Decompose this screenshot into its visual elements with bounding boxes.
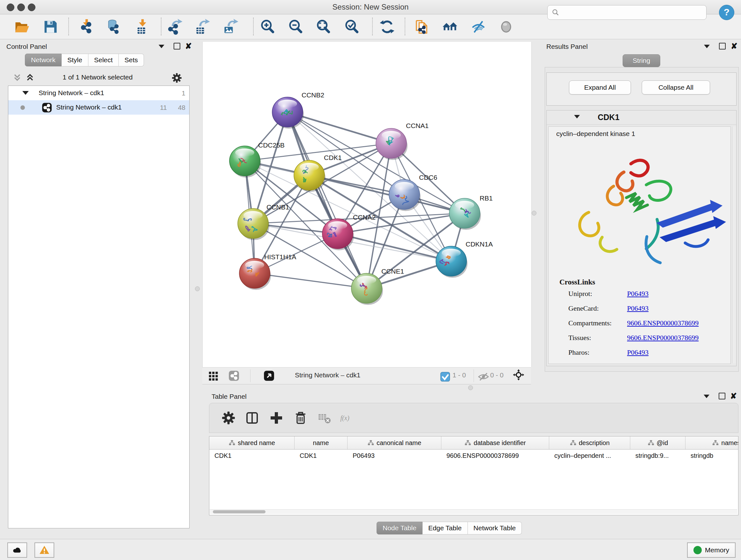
network-node-CDKN1A[interactable]: CDKN1A bbox=[436, 240, 493, 278]
column-header-sharedname[interactable]: shared name bbox=[209, 436, 294, 449]
show-columns-icon[interactable] bbox=[245, 410, 260, 426]
fit-selected-crosshair-icon[interactable] bbox=[513, 369, 527, 383]
delete-column-icon[interactable] bbox=[293, 410, 308, 426]
tab-select[interactable]: Select bbox=[88, 54, 119, 66]
column-header-canonicalname[interactable]: canonical name bbox=[347, 436, 441, 449]
tab-network[interactable]: Network bbox=[25, 54, 62, 66]
table-hscroll-thumb[interactable] bbox=[213, 510, 266, 513]
add-column-icon[interactable] bbox=[269, 410, 284, 426]
status-bar: Memory bbox=[0, 539, 741, 560]
save-session-button[interactable] bbox=[42, 18, 59, 36]
export-network-button[interactable] bbox=[166, 18, 184, 36]
column-header-id[interactable]: @id bbox=[630, 436, 685, 449]
open-session-icon bbox=[13, 18, 30, 35]
crosslink-label: Pharos: bbox=[568, 348, 590, 357]
table-settings-gear-icon[interactable] bbox=[221, 410, 236, 426]
grid-view-icon[interactable] bbox=[207, 370, 219, 382]
tab-sets[interactable]: Sets bbox=[119, 54, 144, 66]
hide-graphics-button[interactable] bbox=[470, 18, 487, 36]
cell-sharedname[interactable]: CDK1 bbox=[209, 449, 294, 462]
selected-checkbox-icon[interactable] bbox=[439, 371, 449, 381]
hide-graphics-icon bbox=[470, 18, 487, 35]
column-header-namespace[interactable]: namespace bbox=[685, 436, 738, 449]
crosslink-link[interactable]: P06493 bbox=[627, 348, 649, 357]
node-result-header[interactable]: CDK1 bbox=[547, 111, 736, 125]
tree-expander-icon[interactable] bbox=[22, 91, 29, 95]
export-image-button[interactable] bbox=[222, 18, 240, 36]
left-splitter-handle[interactable] bbox=[195, 287, 200, 291]
zoom-in-button[interactable] bbox=[259, 18, 276, 36]
zoom-fit-button[interactable] bbox=[315, 18, 332, 36]
cell-databaseidentifier[interactable]: 9606.ENSP00000378699 bbox=[441, 449, 549, 462]
network-graph[interactable]: CCNB2CCNA1CDC25BCDK1CDC6RB1CCNB1CCNA2CDK… bbox=[203, 42, 531, 367]
network-node-CDK1[interactable]: CDK1 bbox=[294, 154, 342, 192]
column-header-databaseidentifier[interactable]: database identifier bbox=[441, 436, 549, 449]
birdseye-view-icon[interactable] bbox=[263, 370, 275, 382]
results-panel-close-icon[interactable]: ✘ bbox=[731, 43, 738, 49]
cell-name[interactable]: CDK1 bbox=[294, 449, 347, 462]
network-node-CCNA1[interactable]: CCNA1 bbox=[376, 122, 428, 160]
network-node-CCNB2[interactable]: CCNB2 bbox=[272, 91, 324, 129]
cell-description[interactable]: cyclin–dependent ... bbox=[549, 449, 630, 462]
table-panel-close-icon[interactable]: ✘ bbox=[730, 393, 737, 399]
refresh-button[interactable] bbox=[379, 18, 396, 36]
import-network-button[interactable] bbox=[78, 18, 95, 36]
export-table-button[interactable] bbox=[194, 18, 211, 36]
home-button[interactable] bbox=[442, 18, 459, 36]
network-edge[interactable] bbox=[338, 234, 451, 261]
network-options-gear-icon[interactable] bbox=[171, 72, 183, 84]
results-panel-menu-icon[interactable] bbox=[704, 45, 710, 48]
results-panel-float-icon[interactable] bbox=[719, 43, 726, 50]
help-button[interactable]: ? bbox=[719, 5, 734, 20]
results-scrollbar[interactable] bbox=[732, 126, 736, 363]
share-document-button[interactable] bbox=[413, 18, 430, 36]
control-panel-float-icon[interactable] bbox=[174, 43, 180, 50]
control-panel-menu-icon[interactable] bbox=[158, 45, 164, 48]
import-database-button[interactable] bbox=[105, 18, 122, 36]
network-tree-item[interactable]: String Network – cdk11 bbox=[8, 86, 189, 100]
import-table-button[interactable] bbox=[133, 18, 150, 36]
column-header-description[interactable]: description bbox=[549, 436, 630, 449]
network-node-RB1[interactable]: RB1 bbox=[449, 194, 493, 230]
table-panel-float-icon[interactable] bbox=[719, 393, 725, 399]
network-view[interactable]: CCNB2CCNA1CDC25BCDK1CDC6RB1CCNB1CCNA2CDK… bbox=[202, 42, 532, 367]
network-selection-row: 1 of 1 Network selected bbox=[8, 71, 187, 84]
crosslink-link[interactable]: 9606.ENSP00000378699 bbox=[627, 334, 698, 342]
cell-canonicalname[interactable]: P06493 bbox=[347, 449, 441, 462]
table-hscrollbar[interactable] bbox=[210, 509, 737, 514]
tab-node-table[interactable]: Node Table bbox=[377, 522, 422, 535]
cell-id[interactable]: stringdb:9... bbox=[630, 449, 685, 462]
network-node-HIST1H1A[interactable]: HIST1H1A bbox=[239, 253, 296, 290]
collapse-all-button[interactable]: Collapse All bbox=[642, 80, 710, 95]
control-panel-close-icon[interactable]: ✘ bbox=[185, 43, 192, 49]
network-tree-item[interactable]: String Network – cdk11148 bbox=[8, 100, 189, 115]
zoom-out-button[interactable] bbox=[287, 18, 304, 36]
table-panel-menu-icon[interactable] bbox=[704, 395, 710, 398]
cloud-button[interactable] bbox=[7, 543, 27, 558]
expand-all-button[interactable]: Expand All bbox=[569, 80, 631, 95]
tab-network-table[interactable]: Network Table bbox=[468, 522, 522, 535]
show-graphics-button[interactable] bbox=[497, 18, 515, 36]
tab-edge-table[interactable]: Edge Table bbox=[422, 522, 468, 535]
column-header-name[interactable]: name bbox=[294, 436, 347, 449]
string-network-icon[interactable] bbox=[228, 370, 240, 382]
crosslink-link[interactable]: P06493 bbox=[627, 304, 649, 313]
open-session-button[interactable] bbox=[13, 18, 30, 36]
tab-style[interactable]: Style bbox=[62, 54, 88, 66]
cell-namespace[interactable]: stringdb bbox=[685, 449, 738, 462]
crosslink-link[interactable]: 9606.ENSP00000378699 bbox=[627, 319, 698, 327]
hidden-eye-icon[interactable] bbox=[477, 371, 488, 381]
search-input[interactable] bbox=[563, 9, 703, 17]
tab-string[interactable]: String bbox=[623, 54, 660, 67]
memory-button[interactable]: Memory bbox=[687, 543, 736, 558]
warning-button[interactable] bbox=[35, 543, 54, 558]
network-edge[interactable] bbox=[309, 175, 465, 213]
right-splitter-handle[interactable] bbox=[532, 211, 536, 215]
crosslink-link[interactable]: P06493 bbox=[627, 290, 649, 298]
network-edge[interactable] bbox=[287, 112, 367, 288]
zoom-selected-button[interactable] bbox=[343, 18, 360, 36]
collapse-entry-icon[interactable] bbox=[574, 115, 580, 118]
table-row[interactable]: CDK1CDK1P064939606.ENSP00000378699cyclin… bbox=[209, 449, 738, 462]
network-edge[interactable] bbox=[255, 273, 367, 288]
bottom-splitter-handle[interactable] bbox=[468, 385, 473, 390]
